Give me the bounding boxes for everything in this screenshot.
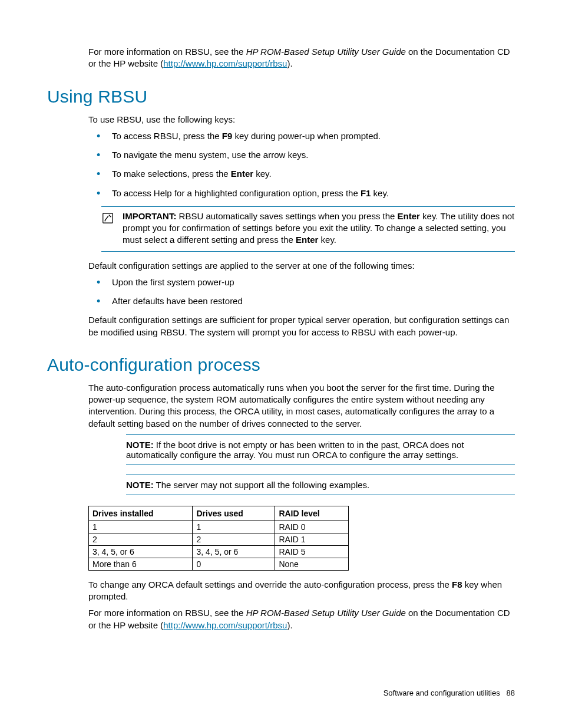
page-number: 88 [507, 689, 515, 697]
cell: RAID 0 [275, 521, 349, 533]
rbsu-support-link[interactable]: http://www.hp.com/support/rbsu [163, 58, 287, 68]
svg-rect-0 [103, 213, 113, 223]
text: To change any ORCA default settings and … [88, 579, 452, 589]
page-footer: Software and configuration utilities 88 [384, 689, 515, 697]
table-row: 3, 4, 5, or 6 3, 4, 5, or 6 RAID 5 [89, 545, 349, 558]
defaults-list: Upon the first system power-up After def… [88, 276, 515, 308]
cell: 3, 4, 5, or 6 [193, 545, 275, 558]
defaults-detail: Default configuration settings are suffi… [88, 314, 515, 338]
text: To make selections, press the [112, 169, 231, 179]
lead-text: To use RBSU, use the following keys: [88, 114, 515, 126]
text: For more information on RBSU, see the [88, 608, 246, 618]
col-header: Drives installed [89, 506, 193, 521]
key-name: F8 [452, 579, 462, 589]
cell: 0 [193, 558, 275, 570]
table-row: 2 2 RAID 1 [89, 533, 349, 545]
cell: 2 [89, 533, 193, 545]
intro-text: For more information on RBSU, see the HP… [88, 46, 515, 70]
note-callout: NOTE: If the boot drive is not empty or … [126, 434, 515, 465]
col-header: Drives used [193, 506, 275, 521]
important-text: IMPORTANT: RBSU automatically saves sett… [123, 210, 515, 246]
list-item: To access RBSU, press the F9 key during … [88, 130, 515, 142]
list-item: To access Help for a highlighted configu… [88, 187, 515, 199]
list-item: To make selections, press the Enter key. [88, 168, 515, 180]
note-text: The server may not support all the follo… [154, 480, 370, 490]
key-name: F1 [361, 188, 371, 198]
text: key. [371, 188, 389, 198]
cell: 2 [193, 533, 275, 545]
important-icon [101, 210, 114, 226]
key-name: Enter [231, 169, 253, 179]
text: key. [318, 235, 336, 245]
note-label: NOTE: [126, 440, 154, 450]
table-header-row: Drives installed Drives used RAID level [89, 506, 349, 521]
orca-override: To change any ORCA default settings and … [88, 579, 515, 603]
guide-title: HP ROM-Based Setup Utility User Guide [246, 608, 406, 618]
section1-body: To use RBSU, use the following keys: To … [88, 114, 515, 338]
guide-title: HP ROM-Based Setup Utility User Guide [246, 47, 406, 57]
key-name: F9 [222, 131, 233, 141]
key-name: Enter [296, 235, 318, 245]
list-item: To navigate the menu system, use the arr… [88, 149, 515, 161]
document-page: For more information on RBSU, see the HP… [0, 0, 562, 631]
intro-paragraph: For more information on RBSU, see the HP… [88, 46, 515, 70]
note-label: NOTE: [126, 480, 154, 490]
list-item: After defaults have been restored [88, 295, 515, 307]
note-text: If the boot drive is not empty or has be… [126, 440, 464, 460]
section2-body: The auto-configuration process automatic… [88, 382, 515, 631]
text: To access Help for a highlighted configu… [112, 188, 361, 198]
raid-table: Drives installed Drives used RAID level … [88, 506, 349, 571]
key-list: To access RBSU, press the F9 key during … [88, 130, 515, 199]
heading-using-rbsu: Using RBSU [47, 87, 515, 107]
cell: RAID 1 [275, 533, 349, 545]
important-label: IMPORTANT: [123, 211, 176, 221]
footer-section: Software and configuration utilities [384, 689, 500, 697]
text: key during power-up when prompted. [232, 131, 381, 141]
table-row: More than 6 0 None [89, 558, 349, 570]
cell: None [275, 558, 349, 570]
key-name: Enter [398, 211, 420, 221]
cell: 1 [193, 521, 275, 533]
cell: RAID 5 [275, 545, 349, 558]
cell: More than 6 [89, 558, 193, 570]
cell: 3, 4, 5, or 6 [89, 545, 193, 558]
col-header: RAID level [275, 506, 349, 521]
list-item: Upon the first system power-up [88, 276, 515, 288]
text: To access RBSU, press the [112, 131, 222, 141]
defaults-intro: Default configuration settings are appli… [88, 260, 515, 272]
heading-auto-config: Auto-configuration process [47, 355, 515, 375]
text: For more information on RBSU, see the [88, 47, 246, 57]
auto-config-intro: The auto-configuration process automatic… [88, 382, 515, 430]
table-row: 1 1 RAID 0 [89, 521, 349, 533]
more-info: For more information on RBSU, see the HP… [88, 607, 515, 631]
rbsu-support-link[interactable]: http://www.hp.com/support/rbsu [163, 620, 287, 630]
text: key. [253, 169, 272, 179]
text: RBSU automatically saves settings when y… [176, 211, 397, 221]
important-callout: IMPORTANT: RBSU automatically saves sett… [101, 206, 515, 252]
cell: 1 [89, 521, 193, 533]
text: ). [287, 620, 292, 630]
text: ). [287, 58, 292, 68]
note-callout: NOTE: The server may not support all the… [126, 475, 515, 495]
text: To navigate the menu system, use the arr… [112, 150, 309, 160]
